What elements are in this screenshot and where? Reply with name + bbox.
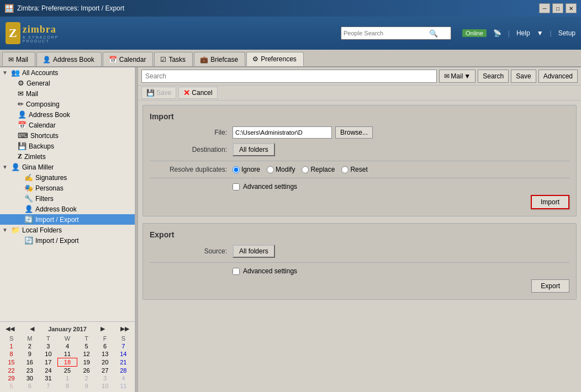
cal-day[interactable]: 3: [96, 374, 114, 382]
sidebar-item-all-accounts[interactable]: ▼ 👥 All Accounts: [0, 67, 135, 78]
tab-calendar[interactable]: 📅 Calendar: [103, 52, 154, 66]
cal-day[interactable]: 6: [96, 342, 114, 350]
browse-button[interactable]: Browse...: [335, 126, 373, 139]
import-button[interactable]: Import: [531, 195, 569, 209]
cal-day[interactable]: 15: [2, 358, 20, 367]
cal-day[interactable]: 29: [2, 374, 20, 382]
tab-preferences[interactable]: ⚙ Preferences: [246, 52, 304, 66]
radio-modify-input[interactable]: [267, 166, 274, 173]
tab-tasks[interactable]: ☑ Tasks: [154, 52, 193, 66]
cal-day[interactable]: 22: [2, 367, 20, 375]
cal-day[interactable]: 23: [20, 367, 39, 375]
search-save-button[interactable]: Save: [511, 70, 536, 83]
setup-link[interactable]: Setup: [558, 29, 575, 37]
sidebar-item-address-book-gina[interactable]: 👤 Address Book: [0, 204, 135, 214]
search-mail-button[interactable]: ✉ Mail ▼: [439, 70, 476, 83]
sidebar-item-address-book[interactable]: 👤 Address Book: [0, 109, 135, 120]
sidebar-item-gina-miller[interactable]: ▼ 👤 Gina Miller: [0, 162, 135, 172]
cal-day[interactable]: 8: [57, 382, 77, 390]
cal-day[interactable]: 7: [114, 342, 133, 350]
cal-day[interactable]: 16: [20, 358, 39, 367]
cal-day[interactable]: 19: [77, 358, 96, 367]
cancel-button[interactable]: ✕ Cancel: [178, 87, 217, 99]
sidebar-item-import-export-local[interactable]: 🔄 Import / Export: [0, 235, 135, 246]
cal-day[interactable]: 7: [39, 382, 57, 390]
cal-day[interactable]: 20: [96, 358, 114, 367]
sidebar-item-backups[interactable]: 💾 Backups: [0, 141, 135, 151]
cal-day[interactable]: 17: [39, 358, 57, 367]
sidebar-item-composing[interactable]: ✏ Composing: [0, 99, 135, 109]
source-all-folders-button[interactable]: All folders: [233, 245, 275, 258]
radio-ignore-input[interactable]: [233, 166, 240, 173]
sidebar-item-calendar[interactable]: 📅 Calendar: [0, 120, 135, 130]
tab-briefcase[interactable]: 💼 Briefcase: [194, 52, 245, 66]
cal-day[interactable]: 21: [114, 358, 133, 367]
sidebar-item-shortcuts[interactable]: ⌨ Shortcuts: [0, 130, 135, 141]
cal-day[interactable]: 11: [114, 382, 133, 390]
cal-day[interactable]: 10: [39, 350, 57, 358]
cal-day[interactable]: 3: [39, 342, 57, 350]
cal-day[interactable]: 24: [39, 367, 57, 375]
cal-day[interactable]: 10: [96, 382, 114, 390]
tab-mail[interactable]: ✉ Mail: [2, 52, 35, 66]
cal-day[interactable]: 11: [57, 350, 77, 358]
sidebar-item-mail[interactable]: ✉ Mail: [0, 88, 135, 99]
cal-day[interactable]: 1: [2, 342, 20, 350]
tree-toggle-all-accounts[interactable]: ▼: [2, 70, 9, 76]
radio-ignore[interactable]: Ignore: [233, 166, 260, 173]
radio-reset-input[interactable]: [341, 166, 348, 173]
cal-day[interactable]: 18: [57, 358, 77, 367]
close-button[interactable]: ✕: [566, 3, 577, 13]
cal-next-year[interactable]: ▶▶: [119, 325, 130, 332]
export-button[interactable]: Export: [531, 279, 569, 293]
help-link[interactable]: Help: [516, 29, 530, 37]
sidebar-item-general[interactable]: ⚙ General: [0, 78, 135, 88]
cal-prev-year[interactable]: ◀◀: [4, 325, 15, 332]
cal-day[interactable]: 5: [77, 342, 96, 350]
cal-day[interactable]: 2: [77, 374, 96, 382]
cal-day[interactable]: 6: [20, 382, 39, 390]
save-button[interactable]: 💾 Save: [141, 87, 176, 99]
search-button[interactable]: Search: [478, 70, 509, 83]
file-path-input[interactable]: [233, 126, 332, 139]
tree-toggle-gina[interactable]: ▼: [2, 164, 9, 170]
sidebar-item-personas[interactable]: 🎭 Personas: [0, 183, 135, 193]
import-advanced-checkbox[interactable]: [233, 183, 240, 190]
cal-day[interactable]: 31: [39, 374, 57, 382]
export-advanced-checkbox[interactable]: [233, 268, 240, 275]
tab-address-book[interactable]: 👤 Address Book: [36, 52, 102, 66]
cal-day[interactable]: 30: [20, 374, 39, 382]
minimize-button[interactable]: ─: [539, 3, 550, 13]
cal-day[interactable]: 12: [77, 350, 96, 358]
sidebar-item-import-export[interactable]: 🔄 Import / Export: [0, 214, 135, 225]
radio-replace[interactable]: Replace: [302, 166, 335, 173]
cal-day[interactable]: 27: [96, 367, 114, 375]
cal-day[interactable]: 4: [114, 374, 133, 382]
cal-day[interactable]: 2: [20, 342, 39, 350]
sidebar-item-zimlets[interactable]: Z Zimlets: [0, 151, 135, 162]
sidebar-item-signatures[interactable]: ✍ Signatures: [0, 172, 135, 183]
cal-day[interactable]: 14: [114, 350, 133, 358]
cal-day[interactable]: 8: [2, 350, 20, 358]
cal-day[interactable]: 9: [20, 350, 39, 358]
people-search-input[interactable]: [344, 30, 429, 36]
cal-day[interactable]: 9: [77, 382, 96, 390]
cal-day[interactable]: 25: [57, 367, 77, 375]
cal-day[interactable]: 13: [96, 350, 114, 358]
cal-day[interactable]: 28: [114, 367, 133, 375]
radio-reset[interactable]: Reset: [341, 166, 367, 173]
radio-replace-input[interactable]: [302, 166, 309, 173]
destination-all-folders-button[interactable]: All folders: [233, 143, 275, 156]
search-input[interactable]: [141, 70, 437, 83]
tree-toggle-local[interactable]: ▼: [2, 227, 9, 233]
radio-modify[interactable]: Modify: [267, 166, 295, 173]
maximize-button[interactable]: □: [552, 3, 563, 13]
sidebar-item-local-folders[interactable]: ▼ 📁 Local Folders: [0, 225, 135, 235]
people-search-box[interactable]: 🔍: [341, 27, 451, 40]
cal-day[interactable]: 5: [2, 382, 20, 390]
cal-next-month[interactable]: ▶: [99, 325, 106, 332]
sidebar-item-filters[interactable]: 🔧 Filters: [0, 193, 135, 204]
cal-day[interactable]: 26: [77, 367, 96, 375]
search-advanced-button[interactable]: Advanced: [538, 70, 578, 83]
cal-day[interactable]: 4: [57, 342, 77, 350]
